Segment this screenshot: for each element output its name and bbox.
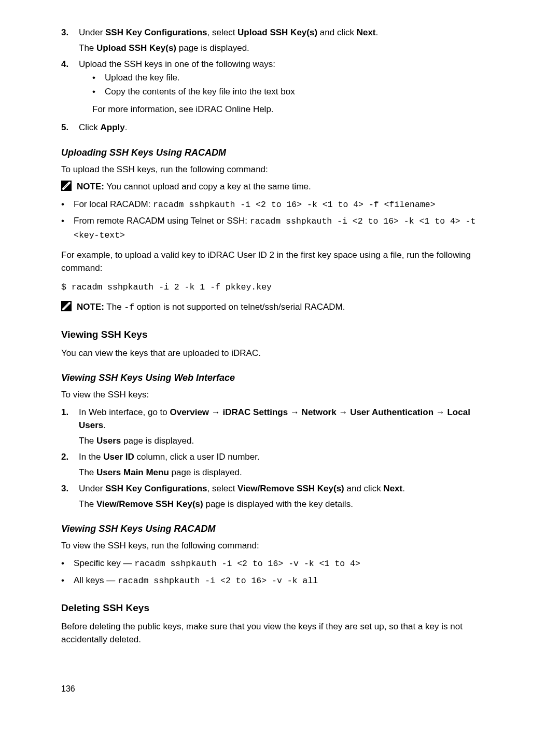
bullet-text: Upload the key file.	[105, 71, 499, 85]
bullet-text: Copy the contents of the key file into t…	[105, 85, 499, 99]
bullet-item: • For local RACADM: racadm sshpkauth -i …	[61, 198, 499, 212]
body-text: To upload the SSH keys, run the followin…	[61, 163, 499, 176]
bullet-icon: •	[61, 198, 74, 212]
step-body: In Web interface, go to Overview → iDRAC…	[79, 406, 499, 448]
step-body: Under SSH Key Configurations, select Vie…	[79, 482, 499, 511]
step-line: The Users page is displayed.	[79, 434, 499, 448]
text: The	[79, 43, 96, 53]
bold-text: SSH Key Configurations	[105, 27, 207, 37]
text: .	[402, 484, 405, 493]
text: Specific key —	[74, 558, 134, 568]
text: page is displayed.	[169, 467, 242, 477]
bullet-text: For local RACADM: racadm sshpkauth -i <2…	[74, 198, 499, 212]
note-text: NOTE: The -f option is not supported on …	[74, 300, 499, 314]
heading-viewing-keys: Viewing SSH Keys	[61, 327, 499, 342]
text: page is displayed with the key details.	[203, 499, 353, 509]
text: The	[79, 499, 96, 509]
body-text: You can view the keys that are uploaded …	[61, 347, 499, 360]
bullet-text: All keys — racadm sshpkauth -i <2 to 16>…	[74, 574, 499, 588]
bullet-item: • From remote RACADM using Telnet or SSH…	[61, 214, 499, 242]
bullet-item: • Specific key — racadm sshpkauth -i <2 …	[61, 557, 499, 571]
text: column, click a user ID number.	[134, 452, 260, 462]
step-body: Upload the SSH keys in one of the follow…	[79, 58, 499, 118]
heading-uploading-racadm: Uploading SSH Keys Using RACADM	[61, 146, 499, 160]
step-3-line-1: Under SSH Key Configurations, select Upl…	[79, 26, 499, 39]
bullet-item: • Upload the key file.	[92, 71, 499, 85]
step-line: The Users Main Menu page is displayed.	[79, 466, 499, 479]
bold-text: iDRAC Settings	[223, 407, 288, 417]
step-4: 4. Upload the SSH keys in one of the fol…	[61, 58, 499, 118]
step-number: 3.	[61, 26, 79, 54]
text: The	[79, 436, 96, 446]
step-number: 1.	[61, 406, 79, 448]
step-4-intro: Upload the SSH keys in one of the follow…	[79, 58, 499, 71]
view-step-3: 3. Under SSH Key Configurations, select …	[61, 482, 499, 511]
note-label: NOTE:	[77, 182, 104, 191]
arrow-icon: →	[288, 407, 301, 417]
step-3: 3. Under SSH Key Configurations, select …	[61, 26, 499, 54]
text: All keys —	[74, 575, 118, 585]
step-body: In the User ID column, click a user ID n…	[79, 450, 499, 479]
body-text: To view the SSH keys:	[61, 388, 499, 402]
text: option is not supported on telnet/ssh/se…	[134, 302, 345, 312]
text: From remote RACADM using Telnet or SSH:	[74, 216, 250, 226]
bold-text: Users Main Menu	[96, 467, 169, 477]
page-number: 136	[61, 683, 499, 695]
step-5: 5. Click Apply.	[61, 121, 499, 134]
step-body: Click Apply.	[79, 121, 499, 134]
view-step-2: 2. In the User ID column, click a user I…	[61, 450, 499, 479]
bold-text: SSH Key Configurations	[105, 484, 207, 493]
step-line: Under SSH Key Configurations, select Vie…	[79, 482, 499, 495]
arrow-icon: →	[337, 407, 350, 417]
bold-text: User Authentication	[350, 407, 433, 417]
command-block: $ racadm sshpkauth -i 2 -k 1 -f pkkey.ke…	[61, 281, 499, 294]
bold-text: User ID	[103, 452, 134, 462]
heading-deleting-keys: Deleting SSH Keys	[61, 601, 499, 616]
arrow-icon: →	[209, 407, 222, 417]
note-text: NOTE: You cannot upload and copy a key a…	[74, 180, 499, 194]
bold-text: Next	[383, 484, 402, 493]
text: page is displayed.	[176, 43, 249, 53]
text: .	[103, 420, 106, 430]
text: page is displayed.	[121, 436, 194, 446]
bullet-icon: •	[92, 71, 105, 85]
step-number: 4.	[61, 58, 79, 118]
bold-text: Overview	[170, 407, 209, 417]
page-content: 3. Under SSH Key Configurations, select …	[0, 0, 560, 744]
view-step-1: 1. In Web interface, go to Overview → iD…	[61, 406, 499, 448]
bullet-item: • Copy the contents of the key file into…	[92, 85, 499, 99]
bold-text: Upload SSH Key(s)	[237, 27, 317, 37]
note-label: NOTE:	[77, 302, 104, 312]
text: .	[125, 122, 128, 132]
bold-text: Users	[96, 436, 121, 446]
text: The	[79, 467, 96, 477]
text: In the	[79, 452, 103, 462]
text: , select	[207, 484, 238, 493]
code-text: racadm sshpkauth -i <2 to 16> -k <1 to 4…	[153, 200, 436, 210]
note-block: NOTE: You cannot upload and copy a key a…	[61, 180, 499, 194]
bold-text: View/Remove SSH Key(s)	[237, 484, 344, 493]
heading-viewing-racadm: Viewing SSH Keys Using RACADM	[61, 522, 499, 536]
text: In Web interface, go to	[79, 407, 170, 417]
code-text: racadm sshpkauth -i <2 to 16> -v -k all	[118, 576, 318, 586]
bullet-icon: •	[92, 85, 105, 99]
bullet-text: Specific key — racadm sshpkauth -i <2 to…	[74, 557, 499, 571]
text: You cannot upload and copy a key at the …	[104, 182, 311, 191]
text: For local RACADM:	[74, 199, 153, 209]
text: Click	[79, 122, 101, 132]
step-number: 2.	[61, 450, 79, 479]
step-4-after: For more information, see iDRAC Online H…	[92, 103, 499, 116]
code-text: racadm sshpkauth -i <2 to 16> -v -k <1 t…	[134, 559, 360, 569]
bullet-icon: •	[61, 557, 74, 571]
body-text: Before deleting the public keys, make su…	[61, 620, 499, 646]
step-line: In the User ID column, click a user ID n…	[79, 450, 499, 464]
text: Under	[79, 484, 105, 493]
arrow-icon: →	[433, 407, 447, 417]
bold-text: Network	[302, 407, 337, 417]
text: and click	[317, 27, 357, 37]
text: The	[104, 302, 124, 312]
note-icon	[61, 300, 74, 311]
note-block: NOTE: The -f option is not supported on …	[61, 300, 499, 314]
text: Under	[79, 27, 105, 37]
bold-text: Next	[357, 27, 376, 37]
